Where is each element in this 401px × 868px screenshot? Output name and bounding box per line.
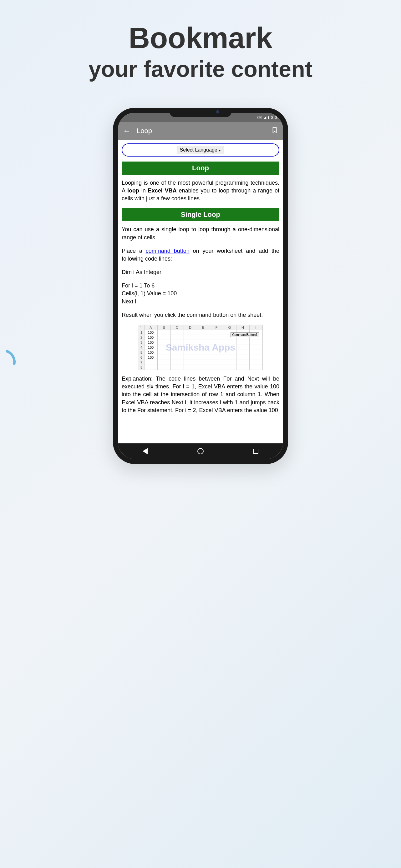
cell: 100	[144, 345, 157, 350]
result-paragraph: Result when you click the command button…	[122, 311, 279, 319]
command-button-overlay: CommandButton1	[231, 333, 259, 337]
phone-notch	[169, 108, 232, 117]
excel-grid: A B C D E F G H I 1100 2100 3100 4100 51…	[139, 324, 263, 370]
code-block-for: For i = 1 To 6 Cells(i, 1).Value = 100 N…	[122, 282, 279, 306]
intro-paragraph: Looping is one of the most powerful prog…	[122, 179, 279, 203]
page-title: Loop	[137, 127, 271, 135]
status-time: 3:32	[271, 115, 280, 120]
status-lte: LTE	[257, 116, 262, 119]
nav-back-icon[interactable]	[143, 448, 148, 454]
table-row: 5100	[139, 350, 262, 355]
row-header: 3	[139, 340, 144, 345]
excel-header-row: A B C D E F G H I	[139, 325, 262, 330]
code-line: Next i	[122, 298, 279, 306]
promo-title: Bookmark	[0, 22, 401, 54]
cell: 100	[144, 340, 157, 345]
singleloop-intro: You can use a single loop to loop throug…	[122, 226, 279, 241]
back-arrow-icon[interactable]: ←	[123, 127, 131, 135]
col-header: G	[223, 325, 236, 330]
nav-recent-icon[interactable]	[253, 449, 258, 454]
col-header: E	[197, 325, 210, 330]
row-header: 1	[139, 330, 144, 335]
col-header: D	[183, 325, 197, 330]
signal-icon: ◢	[263, 115, 266, 120]
command-button-link[interactable]: command button	[146, 248, 190, 254]
code-line: Cells(i, 1).Value = 100	[122, 290, 279, 298]
promo-subtitle: your favorite content	[0, 56, 401, 83]
content-area: Select Language Loop Looping is one of t…	[118, 140, 283, 443]
place-button-paragraph: Place a command button on your worksheet…	[122, 247, 279, 263]
code-block-dim: Dim i As Integer	[122, 269, 279, 276]
bold-excelvba: Excel VBA	[148, 187, 177, 194]
language-dropdown[interactable]: Select Language	[177, 146, 224, 154]
col-header: C	[170, 325, 183, 330]
cell: 100	[144, 355, 157, 360]
cell	[144, 365, 157, 370]
row-header: 5	[139, 350, 144, 355]
table-row: 3100	[139, 340, 262, 345]
col-header: I	[249, 325, 262, 330]
col-header: F	[210, 325, 223, 330]
cell: 100	[144, 330, 157, 335]
table-row: 4100	[139, 345, 262, 350]
camera-dot	[216, 110, 219, 114]
row-header: 7	[139, 360, 144, 365]
table-row: 8	[139, 365, 262, 370]
table-row: 7	[139, 360, 262, 365]
phone-frame: LTE ◢ ▮ 3:32 ← Loop Select Language Loop…	[113, 108, 288, 464]
language-selector-container: Select Language	[122, 144, 279, 157]
row-header: 4	[139, 345, 144, 350]
code-line: For i = 1 To 6	[122, 282, 279, 290]
cell	[144, 360, 157, 365]
col-header: H	[236, 325, 249, 330]
decorative-arc	[0, 345, 20, 379]
table-row: 6100	[139, 355, 262, 360]
explanation-paragraph: Explanation: The code lines between For …	[122, 375, 279, 414]
section-header-loop: Loop	[122, 161, 279, 175]
bold-loop: loop	[127, 187, 139, 194]
section-header-singleloop: Single Loop	[122, 208, 279, 221]
row-header: 6	[139, 355, 144, 360]
text: Place a	[122, 248, 146, 254]
cell: 100	[144, 350, 157, 355]
bookmark-icon[interactable]	[271, 127, 278, 135]
corner-cell	[139, 325, 144, 330]
battery-icon: ▮	[267, 115, 269, 120]
text: in	[139, 187, 148, 194]
excel-screenshot: Samiksha Apps A B C D E F G H I 1100	[122, 324, 279, 370]
android-nav-bar	[118, 443, 283, 459]
promo-heading: Bookmark your favorite content	[0, 0, 401, 98]
app-bar: ← Loop	[118, 122, 283, 140]
col-header: B	[157, 325, 170, 330]
phone-screen: LTE ◢ ▮ 3:32 ← Loop Select Language Loop…	[118, 113, 283, 459]
row-header: 8	[139, 365, 144, 370]
nav-home-icon[interactable]	[197, 448, 204, 454]
row-header: 2	[139, 335, 144, 340]
col-header: A	[144, 325, 157, 330]
cell: 100	[144, 335, 157, 340]
